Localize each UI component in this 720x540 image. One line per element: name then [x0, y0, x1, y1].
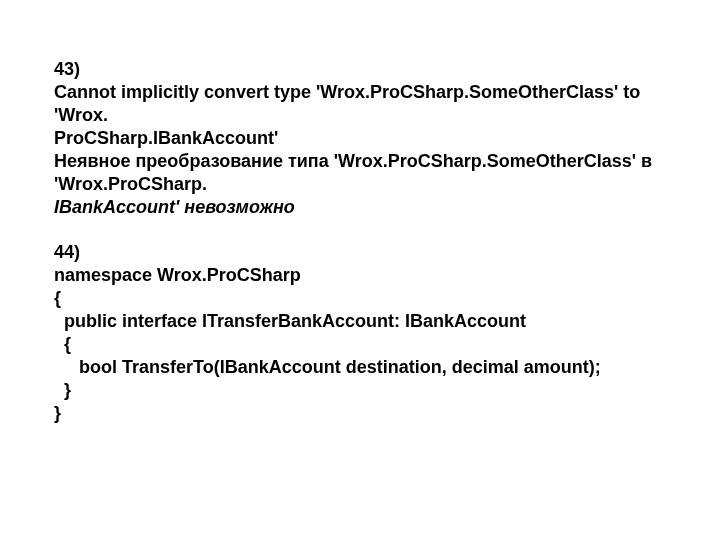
item-43-number: 43)	[54, 58, 666, 81]
code-line-2: {	[54, 287, 666, 310]
slide-content: 43) Cannot implicitly convert type 'Wrox…	[0, 0, 720, 425]
item-43-translation-line-1: Неявное преобразование типа 'Wrox.ProCSh…	[54, 150, 666, 173]
code-line-7: }	[54, 402, 666, 425]
ru-text-part-c: в	[641, 151, 652, 171]
item-43-translation-line-2: 'Wrox.ProCSharp.	[54, 173, 666, 196]
code-line-4: {	[54, 333, 666, 356]
ru-text-part-3a: IBankAccount'	[54, 197, 184, 217]
code-line-1: namespace Wrox.ProCSharp	[54, 264, 666, 287]
item-44-number: 44)	[54, 241, 666, 264]
code-line-6: }	[54, 379, 666, 402]
ru-text-part-a: Неявное преобразование типа	[54, 151, 334, 171]
code-line-3: public interface ITransferBankAccount: I…	[54, 310, 666, 333]
item-43-error-line-2: ProCSharp.IBankAccount'	[54, 127, 666, 150]
item-43-translation-line-3: IBankAccount' невозможно	[54, 196, 666, 219]
code-line-5: bool TransferTo(IBankAccount destination…	[54, 356, 666, 379]
spacer	[54, 219, 666, 241]
item-43-error-line-1: Cannot implicitly convert type 'Wrox.Pro…	[54, 81, 666, 127]
ru-text-part-b: 'Wrox.ProCSharp.SomeOtherClass'	[334, 151, 641, 171]
ru-text-part-3b: невозможно	[184, 197, 294, 217]
